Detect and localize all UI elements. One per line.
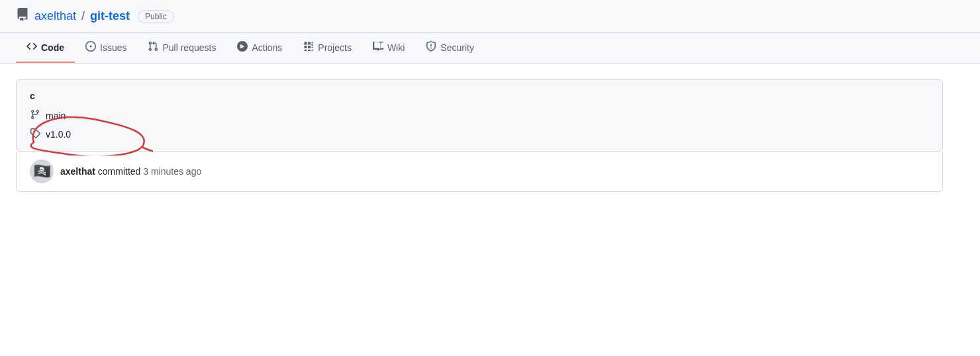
commit-info: axelthat committed 3 minutes ago bbox=[60, 166, 201, 177]
commit-username[interactable]: axelthat bbox=[60, 166, 95, 177]
main-content: c main v1.0.0 bbox=[0, 64, 980, 208]
repo-owner-link[interactable]: axelthat bbox=[34, 9, 76, 23]
tag-row: v1.0.0 bbox=[30, 128, 929, 140]
tab-wiki[interactable]: Wiki bbox=[362, 33, 415, 63]
avatar: 🏴‍☠️ bbox=[30, 159, 54, 183]
tag-version[interactable]: v1.0.0 bbox=[46, 129, 71, 140]
tab-issues[interactable]: Issues bbox=[75, 33, 137, 63]
commit-action-text: committed bbox=[98, 166, 141, 177]
tab-projects-label: Projects bbox=[318, 42, 352, 53]
visibility-badge: Public bbox=[138, 10, 174, 23]
commit-time-text: 3 minutes ago bbox=[143, 166, 201, 177]
security-icon bbox=[426, 41, 436, 54]
tab-security[interactable]: Security bbox=[415, 33, 485, 63]
tab-actions-label: Actions bbox=[252, 42, 282, 53]
tab-code[interactable]: Code bbox=[16, 33, 75, 63]
tab-pull-requests-label: Pull requests bbox=[162, 42, 216, 53]
repo-nav: Code Issues Pull requests Actions bbox=[0, 33, 980, 64]
tab-code-label: Code bbox=[41, 42, 64, 53]
pull-request-icon bbox=[148, 41, 158, 54]
repo-icon bbox=[16, 8, 29, 24]
tab-issues-label: Issues bbox=[100, 42, 126, 53]
tab-projects[interactable]: Projects bbox=[293, 33, 362, 63]
repo-separator: / bbox=[81, 9, 85, 23]
wiki-icon bbox=[373, 41, 383, 54]
repo-file-box: c main v1.0.0 bbox=[16, 79, 943, 152]
repo-header: axelthat / git-test Public bbox=[0, 0, 980, 33]
tab-actions[interactable]: Actions bbox=[226, 33, 293, 63]
actions-icon bbox=[237, 41, 248, 54]
branch-icon bbox=[30, 109, 40, 122]
tab-wiki-label: Wiki bbox=[387, 42, 405, 53]
branch-row: main bbox=[30, 109, 929, 122]
tab-security-label: Security bbox=[440, 42, 474, 53]
tag-icon bbox=[30, 128, 40, 140]
projects-icon bbox=[303, 41, 314, 54]
commit-row: 🏴‍☠️ axelthat committed 3 minutes ago bbox=[16, 152, 943, 192]
repo-name-link[interactable]: git-test bbox=[90, 9, 130, 23]
tab-pull-requests[interactable]: Pull requests bbox=[137, 33, 226, 63]
issues-icon bbox=[85, 41, 96, 54]
branch-name[interactable]: main bbox=[46, 111, 66, 121]
repo-letter: c bbox=[30, 91, 929, 101]
code-icon bbox=[26, 41, 37, 54]
